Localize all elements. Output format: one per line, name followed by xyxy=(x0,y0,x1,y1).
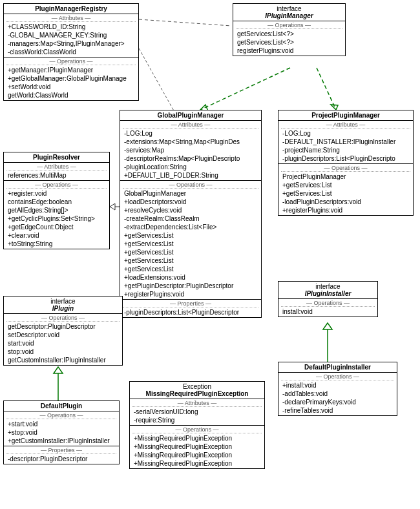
class-item: +getCyclicPlugins:Set<String> xyxy=(6,214,107,223)
class-item: ProjectPluginManager xyxy=(281,172,410,181)
class-item: start:void xyxy=(6,339,120,348)
class-item: +CLASSWORLD_ID:String xyxy=(6,23,136,31)
class-item: -pluginLocation:String xyxy=(123,163,258,171)
class-item: install:void xyxy=(281,307,375,316)
class-item: getDescriptor:PluginDescriptor xyxy=(6,322,120,331)
section-operations: — Operations —+getManager:IPluginManager… xyxy=(4,57,138,100)
class-title-ipluginmanager: interfaceIPluginManager xyxy=(233,4,345,21)
class-item: +getServices:List xyxy=(123,231,258,240)
section-properties: — Properties —-pluginDescriptors:List<Pl… xyxy=(120,300,261,317)
section-properties: — Properties —-descriptor:PluginDescript… xyxy=(4,446,119,464)
uml-class-ipluginmanager: interfaceIPluginManager— Operations —get… xyxy=(233,3,346,56)
class-item: -require:String xyxy=(132,416,262,424)
svg-marker-8 xyxy=(54,367,63,373)
section-operations: — Operations —+install:void-addTables:vo… xyxy=(278,373,397,415)
class-item: +getServices:List xyxy=(281,189,410,198)
class-item: -extensions:Map<String,Map<PluginDes xyxy=(123,138,258,146)
class-item: registerPlugins:void xyxy=(236,47,342,55)
svg-marker-10 xyxy=(323,323,332,329)
uml-class-defaultplugininstaller: DefaultPluginInstaller— Operations —+ins… xyxy=(278,362,397,416)
class-title-iplugin: interfaceIPlugin xyxy=(4,296,122,314)
class-item: -services:Map xyxy=(123,146,258,154)
section-attributes: — Attributes —-serialVersionUID:long-req… xyxy=(130,399,264,426)
class-item: getWorld:ClassWorld xyxy=(6,91,136,99)
uml-diagram: PluginManagerRegistry— Attributes —+CLAS… xyxy=(0,0,420,509)
class-item: -extractDependencies:List<File> xyxy=(123,223,258,231)
class-item: getAllEdges:String[]> xyxy=(6,206,107,214)
svg-line-2 xyxy=(317,68,336,110)
section-operations: — Operations —getServices:List<?>getServ… xyxy=(233,21,345,56)
class-item: getCustomInstaller:IPluginInstaller xyxy=(6,356,120,364)
class-title-iplugininstaller: interfaceIPluginInstaller xyxy=(278,282,377,299)
class-item: +stop:void xyxy=(6,428,116,437)
class-item: -pluginDescriptors:List<PluginDescripto xyxy=(281,154,410,163)
class-item: -declarePrimaryKeys:void xyxy=(281,398,394,406)
uml-class-iplugininstaller: interfaceIPluginInstaller— Operations —i… xyxy=(278,281,378,317)
uml-class-pluginresolver: PluginResolver— Attributes —references:M… xyxy=(3,152,110,249)
class-item: -LOG:Log xyxy=(281,129,410,138)
svg-line-0 xyxy=(200,68,290,110)
section-operations: — Operations —getDescriptor:PluginDescri… xyxy=(4,314,122,365)
class-item: +getCustomInstaller:IPluginInstaller xyxy=(6,437,116,445)
class-item: -managers:Map<String,IPluginManager> xyxy=(6,39,136,48)
class-item: +DEFAULT_LIB_FOLDER:String xyxy=(123,171,258,180)
class-item: -pluginDescriptors:List<PluginDescriptor xyxy=(123,308,258,317)
class-item: +install:void xyxy=(281,381,394,390)
class-item: +getServices:List xyxy=(123,265,258,273)
section-operations: — Operations —install:void xyxy=(278,299,377,317)
class-item: +resolveCycles:void xyxy=(123,206,258,214)
class-title-pluginresolver: PluginResolver xyxy=(4,152,109,163)
class-item: +MissingRequiredPluginException xyxy=(132,434,262,442)
class-item: +getEdgeCount:Object xyxy=(6,223,107,231)
class-title-defaultplugin: DefaultPlugin xyxy=(4,401,119,411)
section-attributes: — Attributes —+CLASSWORLD_ID:String-GLOB… xyxy=(4,14,138,57)
class-item: +getServices:List xyxy=(281,181,410,189)
class-item: -LOG:Log xyxy=(123,129,258,138)
class-title-pluginmanagerregistry: PluginManagerRegistry xyxy=(4,4,138,14)
section-attributes: — Attributes —-LOG:Log-DEFAULT_INSTALLER… xyxy=(278,121,413,164)
class-item: +getServices:List xyxy=(123,256,258,265)
class-title-defaultplugininstaller: DefaultPluginInstaller xyxy=(278,362,397,373)
class-item: +getPluginDescriptor:PluginDescriptor xyxy=(123,282,258,290)
class-item: +MissingRequiredPluginException xyxy=(132,442,262,451)
class-item: +loadDescriptors:void xyxy=(123,198,258,206)
class-title-globalpluginmanager: GlobalPluginManager xyxy=(120,110,261,121)
class-item: -descriptorRealms:Map<PluginDescripto xyxy=(123,154,258,163)
uml-class-globalpluginmanager: GlobalPluginManager— Attributes —-LOG:Lo… xyxy=(120,110,262,318)
class-item: -GLOBAL_MANAGER_KEY:String xyxy=(6,31,136,39)
class-item: stop:void xyxy=(6,348,120,356)
class-item: -addTables:void xyxy=(281,390,394,398)
class-item: +register:void xyxy=(6,189,107,198)
uml-class-defaultplugin: DefaultPlugin— Operations —+start:void+s… xyxy=(3,400,120,464)
section-operations: — Operations —+start:void+stop:void+getC… xyxy=(4,411,119,446)
section-attributes: — Attributes —references:MultiMap xyxy=(4,163,109,181)
class-item: +getServices:List xyxy=(123,248,258,256)
section-operations: — Operations —ProjectPluginManager+getSe… xyxy=(278,164,413,215)
class-item: +MissingRequiredPluginException xyxy=(132,459,262,468)
class-item: -DEFAULT_INSTALLER:IPluginInstaller xyxy=(281,138,410,146)
class-item: -projectName:String xyxy=(281,146,410,154)
class-item: +registerPlugins:void xyxy=(123,290,258,298)
class-item: getServices:List<?> xyxy=(236,30,342,38)
class-item: +start:void xyxy=(6,420,116,428)
class-item: +clear:void xyxy=(6,231,107,240)
class-item: +loadExtensions:void xyxy=(123,273,258,282)
class-item: -serialVersionUID:long xyxy=(132,408,262,416)
class-item: containsEdge:boolean xyxy=(6,198,107,206)
class-item: -createRealm:ClassRealm xyxy=(123,214,258,223)
class-item: -classWorld:ClassWorld xyxy=(6,48,136,56)
section-operations: — Operations —GlobalPluginManager+loadDe… xyxy=(120,181,261,300)
class-item: +getManager:IPluginManager xyxy=(6,66,136,74)
svg-marker-6 xyxy=(110,203,115,210)
class-item: +MissingRequiredPluginException xyxy=(132,451,262,459)
class-item: -loadPluginDescriptors:void xyxy=(281,198,410,206)
svg-marker-3 xyxy=(331,105,338,110)
uml-class-projectpluginmanager: ProjectPluginManager— Attributes —-LOG:L… xyxy=(278,110,414,216)
class-item: +getGlobalManager:GlobalPluginManage xyxy=(6,74,136,83)
class-item: +setWorld:void xyxy=(6,83,136,91)
uml-class-iplugin: interfaceIPlugin— Operations —getDescrip… xyxy=(3,296,123,366)
uml-class-missingrequiredpluginexception: ExceptionMissingRequiredPluginException—… xyxy=(129,381,265,469)
class-item: getServices:List<?> xyxy=(236,38,342,47)
class-item: GlobalPluginManager xyxy=(123,189,258,198)
uml-class-pluginmanagerregistry: PluginManagerRegistry— Attributes —+CLAS… xyxy=(3,3,139,101)
